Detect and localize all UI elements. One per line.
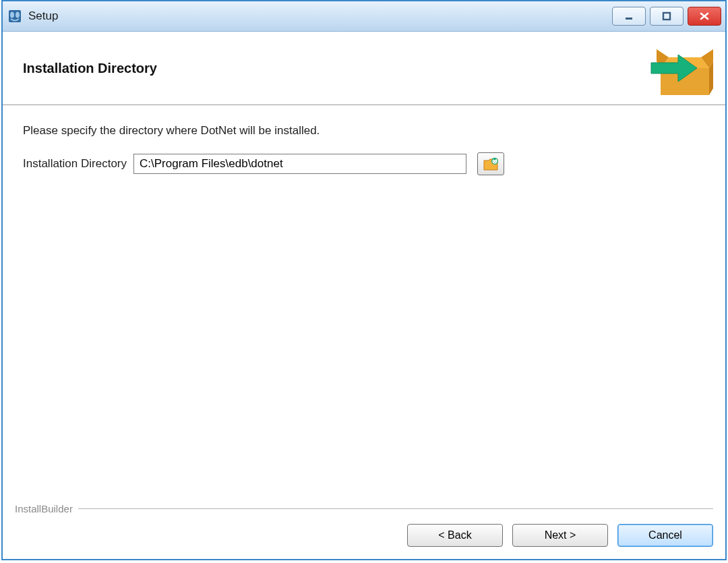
- next-button[interactable]: Next >: [512, 524, 608, 547]
- brand-line: InstallBuilder: [15, 503, 713, 514]
- directory-label: Installation Directory: [23, 157, 127, 171]
- cancel-button[interactable]: Cancel: [617, 524, 713, 547]
- svg-point-1: [10, 12, 14, 18]
- back-button[interactable]: < Back: [407, 524, 503, 547]
- svg-rect-4: [663, 13, 670, 20]
- close-button[interactable]: [688, 7, 721, 26]
- prompt-text: Please specify the directory where DotNe…: [23, 124, 705, 138]
- folder-browse-icon: [483, 156, 499, 171]
- directory-input[interactable]: [133, 154, 466, 174]
- svg-rect-3: [626, 18, 632, 20]
- maximize-button[interactable]: [650, 7, 684, 26]
- svg-point-2: [16, 12, 20, 18]
- browse-button[interactable]: [477, 152, 504, 175]
- button-row: < Back Next > Cancel: [15, 524, 713, 547]
- page-title: Installation Directory: [23, 61, 157, 76]
- footer: InstallBuilder < Back Next > Cancel: [3, 503, 725, 559]
- brand-rule: [78, 508, 713, 509]
- minimize-icon: [624, 11, 634, 21]
- maximize-icon: [662, 11, 671, 21]
- brand-label: InstallBuilder: [15, 503, 78, 514]
- setup-window: Setup Installation Directory: [1, 0, 727, 560]
- package-arrow-icon: [648, 38, 713, 98]
- directory-field-row: Installation Directory: [23, 152, 705, 175]
- app-icon: [7, 8, 23, 24]
- header-panel: Installation Directory: [3, 32, 725, 105]
- close-icon: [699, 11, 710, 21]
- titlebar[interactable]: Setup: [3, 1, 725, 32]
- body-panel: Please specify the directory where DotNe…: [3, 105, 725, 503]
- window-title: Setup: [28, 9, 58, 23]
- window-controls: [612, 7, 721, 26]
- minimize-button[interactable]: [612, 7, 646, 26]
